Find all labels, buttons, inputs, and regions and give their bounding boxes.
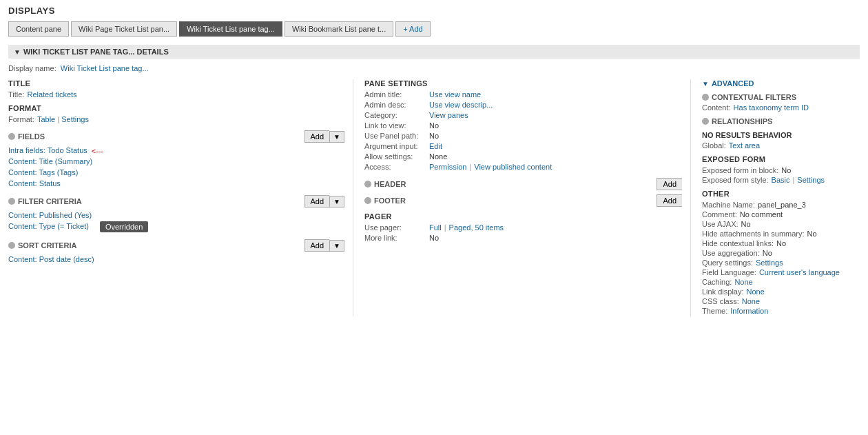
pane-admin-title-label: Admin title: — [364, 90, 426, 99]
tab-content-pane[interactable]: Content pane — [8, 21, 69, 37]
pager-full[interactable]: Full — [429, 223, 442, 232]
other-caching: Caching: None — [702, 278, 860, 286]
no-results-global-row: Global: Text area — [702, 141, 860, 150]
right-panel: ▼ ADVANCED CONTEXTUAL FILTERS Content: H… — [690, 79, 860, 316]
pager-section: PAGER Use pager: Full | Paged, 50 items … — [364, 212, 682, 242]
other-css-class-value[interactable]: None — [742, 297, 760, 305]
field-item-2[interactable]: Content: Tags (Tags) — [8, 168, 344, 177]
format-settings[interactable]: Settings — [61, 115, 89, 123]
sort-add-button[interactable]: Add — [304, 239, 330, 252]
other-field-language-value[interactable]: Current user's language — [759, 268, 840, 276]
access-pipe: | — [469, 163, 471, 171]
page-wrapper: DISPLAYS Content pane Wiki Page Ticket L… — [0, 0, 868, 322]
exposed-form-style-basic[interactable]: Basic — [772, 176, 790, 184]
pager-use-pager-label: Use pager: — [364, 223, 426, 232]
filter-add-caret[interactable]: ▼ — [329, 196, 344, 208]
pager-more-link-value: No — [429, 234, 439, 242]
other-caching-value[interactable]: None — [734, 278, 752, 286]
pane-admin-desc-value[interactable]: Use view descrip... — [429, 101, 493, 109]
other-css-class-label: CSS class: — [702, 297, 739, 305]
fields-add-button[interactable]: Add — [304, 130, 330, 143]
header-section: HEADER Add — [364, 178, 682, 190]
sort-header: SORT CRITERIA Add ▼ — [8, 239, 344, 252]
filter-header: FILTER CRITERIA Add ▼ — [8, 195, 344, 208]
title-field-value[interactable]: Related tickets — [27, 90, 76, 99]
other-hide-attachments: Hide attachments in summary: No — [702, 230, 860, 238]
pane-category-value[interactable]: View panes — [429, 111, 468, 119]
exposed-form-style-values: Basic | Settings — [772, 176, 825, 184]
filter-item-1[interactable]: Content: Type (= Ticket) — [8, 221, 89, 231]
tab-wiki-bookmark-list[interactable]: Wiki Bookmark List pane t... — [285, 21, 393, 37]
pane-argument-input-value[interactable]: Edit — [429, 142, 442, 150]
pane-access-label: Access: — [364, 163, 426, 171]
field-item-3[interactable]: Content: Status — [8, 179, 344, 188]
advanced-triangle-icon: ▼ — [702, 80, 709, 88]
other-use-ajax-value: No — [741, 220, 751, 228]
no-results-global-label: Global: — [702, 141, 726, 150]
filter-item-0[interactable]: Content: Published (Yes) — [8, 210, 344, 220]
pane-access-view-published[interactable]: View published content — [474, 163, 552, 171]
tab-add[interactable]: + Add — [395, 21, 430, 37]
sort-add-caret[interactable]: ▼ — [329, 240, 344, 252]
tab-wiki-page-ticket-list[interactable]: Wiki Page Ticket List pan... — [71, 21, 177, 37]
pane-row-panel-path: Use Panel path: No — [364, 132, 682, 140]
pane-admin-title-value[interactable]: Use view name — [429, 90, 481, 99]
field-item-0[interactable]: Intra fields: Todo Status — [8, 145, 87, 155]
other-link-display: Link display: None — [702, 287, 860, 296]
filter-subsection: FILTER CRITERIA Add ▼ Content: Published… — [8, 195, 344, 232]
other-link-display-value[interactable]: None — [747, 287, 765, 296]
pager-more-link-label: More link: — [364, 234, 426, 242]
filter-list: Content: Published (Yes) Content: Type (… — [8, 210, 344, 232]
pane-access-permission[interactable]: Permission — [429, 163, 466, 171]
filter-circle-icon — [8, 198, 15, 205]
tab-wiki-ticket-list-pane-tag[interactable]: Wiki Ticket List pane tag... — [179, 21, 282, 37]
no-results-label: NO RESULTS BEHAVIOR — [702, 131, 860, 139]
other-theme-value[interactable]: Information — [730, 307, 768, 315]
pager-more-link-row: More link: No — [364, 234, 682, 242]
middle-panel: PANE SETTINGS Admin title: Use view name… — [353, 79, 690, 316]
field-item-1[interactable]: Content: Title (Summary) — [8, 156, 344, 166]
other-query-value[interactable]: Settings — [756, 259, 783, 267]
display-name-value[interactable]: Wiki Ticket List pane tag... — [61, 64, 149, 72]
other-comment: Comment: No comment — [702, 210, 860, 219]
header-add-button[interactable]: Add — [657, 178, 682, 190]
title-section-label: TITLE — [8, 79, 344, 88]
sort-item-0[interactable]: Content: Post date (desc) — [8, 254, 344, 264]
pane-allow-settings-label: Allow settings: — [364, 152, 426, 161]
contextual-filters-label: CONTEXTUAL FILTERS — [702, 93, 860, 101]
exposed-form-style-settings[interactable]: Settings — [797, 176, 825, 184]
other-hide-contextual-links: Hide contextual links: No — [702, 239, 860, 247]
pager-pipe: | — [444, 223, 446, 232]
sort-add-dropdown: Add ▼ — [304, 239, 344, 252]
sort-circle-icon — [8, 242, 15, 249]
sort-subsection: SORT CRITERIA Add ▼ Content: Post date (… — [8, 239, 344, 264]
other-comment-value: No comment — [740, 210, 783, 219]
fields-add-caret[interactable]: ▼ — [329, 131, 344, 143]
pager-paged[interactable]: Paged, 50 items — [449, 223, 504, 232]
other-query-label: Query settings: — [702, 259, 753, 267]
pane-panel-path-value: No — [429, 132, 439, 140]
header-label: HEADER — [364, 180, 406, 188]
other-use-aggregation-label: Use aggregation: — [702, 249, 760, 257]
pane-link-to-view-value: No — [429, 121, 439, 130]
fields-add-dropdown: Add ▼ — [304, 130, 344, 143]
list-item: Intra fields: Todo Status <--- — [8, 145, 344, 156]
section-title-text: WIKI TICKET LIST PANE TAG... DETAILS — [23, 48, 169, 56]
footer-add-button[interactable]: Add — [657, 194, 682, 207]
main-content: TITLE Title: Related tickets FORMAT Form… — [8, 79, 860, 316]
fields-header: FIELDS Add ▼ — [8, 130, 344, 143]
pane-admin-desc-label: Admin desc: — [364, 101, 426, 109]
header-row: HEADER Add — [364, 178, 682, 190]
contextual-content-row: Content: Has taxonomy term ID — [702, 103, 860, 112]
pane-row-allow-settings: Allow settings: None — [364, 152, 682, 161]
contextual-content-value[interactable]: Has taxonomy term ID — [734, 103, 809, 112]
no-results-global-value[interactable]: Text area — [729, 141, 760, 150]
relationships-circle-icon — [702, 118, 709, 125]
pane-row-admin-desc: Admin desc: Use view descrip... — [364, 101, 682, 109]
pager-values: Full | Paged, 50 items — [429, 223, 504, 232]
other-comment-label: Comment: — [702, 210, 737, 219]
filter-add-button[interactable]: Add — [304, 195, 330, 208]
filter-item-1-row: Content: Type (= Ticket) Overridden — [8, 221, 344, 232]
format-value[interactable]: Table — [37, 115, 55, 123]
relationships-label: RELATIONSHIPS — [702, 117, 860, 125]
